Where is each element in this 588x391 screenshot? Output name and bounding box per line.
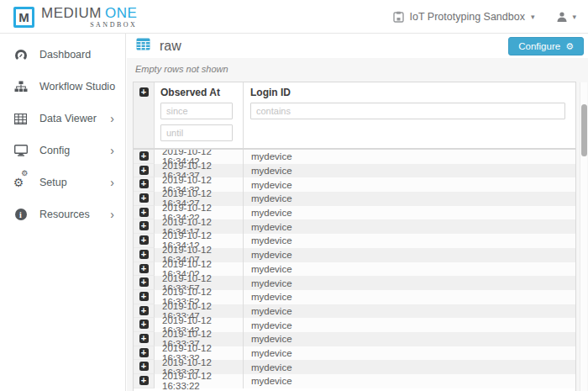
expand-row-cell: + — [134, 234, 155, 248]
plus-square-icon[interactable]: + — [139, 221, 149, 230]
table-icon — [136, 38, 150, 54]
logo-text: MEDIUMONE SANDBOX — [41, 5, 137, 29]
user-menu[interactable]: ▾ — [556, 11, 576, 23]
sidebar-item-setup[interactable]: ⚙⚙ Setup › — [0, 166, 125, 198]
until-filter-input[interactable] — [160, 124, 233, 141]
sitemap-icon — [13, 81, 29, 92]
contains-filter-input[interactable] — [250, 103, 565, 119]
configure-button[interactable]: Configure ⚙ — [508, 37, 584, 55]
plus-square-icon[interactable]: + — [139, 306, 149, 315]
medium-one-app: M MEDIUMONE SANDBOX IoT Prototyping Sand… — [0, 0, 588, 391]
login-id-cell: mydevice — [244, 219, 575, 234]
login-id-cell: mydevice — [244, 164, 575, 178]
login-id-cell: mydevice — [244, 304, 575, 319]
login-id-cell: mydevice — [244, 150, 575, 164]
expand-row-cell: + — [134, 276, 155, 290]
observed-at-cell: 2019-10-12 16:33:22 — [155, 374, 244, 388]
workspace-selector[interactable]: IoT Prototyping Sandbox ▾ — [393, 11, 535, 23]
brand-medium: MEDIUM — [41, 5, 102, 21]
sidebar-item-resources[interactable]: i Resources › — [0, 198, 125, 230]
sidebar-item-label: Resources — [39, 209, 90, 220]
login-id-cell: mydevice — [244, 276, 575, 290]
plus-square-icon[interactable]: + — [139, 193, 149, 203]
plus-square-icon[interactable]: + — [139, 179, 149, 188]
sidebar-item-workflow-studio[interactable]: Workflow Studio — [0, 71, 125, 103]
sidebar-item-label: Workflow Studio — [39, 81, 115, 92]
plus-square-icon[interactable]: + — [139, 376, 149, 385]
caret-down-icon: ▾ — [572, 13, 576, 21]
caret-down-icon: ▾ — [531, 13, 535, 21]
plus-square-icon[interactable]: + — [139, 292, 149, 301]
login-id-cell: mydevice — [244, 262, 575, 277]
table-body: + 2019-10-12 16:34:42 mydevice + 2019-10… — [134, 150, 575, 391]
login-id-cell: mydevice — [244, 248, 575, 262]
plus-square-icon[interactable]: + — [139, 348, 149, 357]
expand-row-cell: + — [134, 290, 155, 304]
expand-row-cell: + — [134, 304, 155, 319]
sidebar-item-dashboard[interactable]: Dashboard — [0, 39, 125, 71]
chevron-right-icon: › — [110, 177, 114, 188]
table-row: + 2019-10-12 16:33:22 mydevice — [134, 374, 575, 388]
user-icon — [556, 11, 568, 23]
plus-square-icon[interactable]: + — [139, 166, 149, 175]
gears-icon: ⚙⚙ — [13, 177, 29, 188]
main-content: raw Configure ⚙ Empty rows not shown + O… — [127, 34, 588, 391]
chevron-right-icon: › — [110, 113, 114, 124]
expand-row-cell: + — [134, 318, 155, 332]
expand-row-cell: + — [134, 360, 155, 374]
plus-square-icon[interactable]: + — [139, 334, 149, 343]
empty-rows-note: Empty rows not shown — [135, 64, 228, 74]
expand-row-cell: + — [134, 248, 155, 262]
table-scrollbar-thumb[interactable] — [581, 104, 587, 156]
plus-square-icon[interactable]: + — [139, 277, 149, 287]
top-header: M MEDIUMONE SANDBOX IoT Prototyping Sand… — [0, 0, 588, 34]
observed-at-column-label: Observed At — [160, 87, 237, 98]
logo-m-icon: M — [13, 7, 34, 28]
sidebar-item-data-viewer[interactable]: Data Viewer › — [0, 103, 125, 135]
page-titlebar: raw Configure ⚙ — [127, 34, 588, 58]
gear-icon: ⚙ — [565, 41, 574, 52]
sidebar-nav: Dashboard Workflow Studio Data Viewer › … — [0, 34, 126, 391]
login-id-column-label: Login ID — [250, 87, 569, 98]
table-grid-icon — [13, 114, 29, 124]
plus-square-icon[interactable]: + — [139, 151, 149, 161]
chevron-right-icon: › — [110, 209, 114, 220]
login-id-cell: mydevice — [244, 346, 575, 361]
brand-sandbox: SANDBOX — [90, 21, 137, 29]
table-scrollbar-track[interactable] — [580, 82, 587, 391]
expand-row-cell: + — [134, 177, 155, 192]
table-header: + Observed At Login ID — [134, 82, 575, 150]
plus-square-icon[interactable]: + — [139, 235, 149, 245]
plus-square-icon[interactable]: + — [139, 250, 149, 259]
expand-row-cell: + — [134, 262, 155, 277]
plus-square-icon[interactable]: + — [139, 208, 149, 217]
sidebar-item-label: Data Viewer — [39, 113, 97, 124]
sidebar-item-label: Dashboard — [39, 49, 91, 61]
configure-label: Configure — [518, 41, 560, 51]
plus-square-icon[interactable]: + — [139, 87, 149, 97]
header-right: IoT Prototyping Sandbox ▾ ▾ — [393, 11, 576, 23]
login-id-header-cell: Login ID — [244, 82, 575, 148]
plus-square-icon[interactable]: + — [139, 320, 149, 329]
sidebar-item-label: Setup — [39, 177, 67, 188]
dashboard-gauge-icon — [13, 49, 29, 61]
login-id-cell: mydevice — [244, 332, 575, 346]
login-id-cell: mydevice — [244, 206, 575, 220]
workspace-label: IoT Prototyping Sandbox — [410, 11, 525, 23]
expand-all-header-cell: + — [134, 82, 155, 148]
since-filter-input[interactable] — [160, 103, 233, 119]
sidebar-item-config[interactable]: Config › — [0, 135, 125, 166]
clipboard-icon — [393, 11, 404, 23]
monitor-icon — [13, 145, 29, 156]
info-circle-icon: i — [13, 209, 29, 220]
expand-row-cell: + — [134, 164, 155, 178]
observed-at-header-cell: Observed At — [155, 82, 244, 148]
chevron-right-icon: › — [110, 145, 114, 156]
plus-square-icon[interactable]: + — [139, 362, 149, 371]
data-table: + Observed At Login ID + 2019-10-12 16:3… — [133, 82, 576, 391]
login-id-cell: mydevice — [244, 192, 575, 206]
plus-square-icon[interactable]: + — [139, 264, 149, 273]
login-id-cell: mydevice — [244, 318, 575, 332]
medium-one-logo[interactable]: M MEDIUMONE SANDBOX — [13, 5, 137, 29]
login-id-cell: mydevice — [244, 234, 575, 248]
